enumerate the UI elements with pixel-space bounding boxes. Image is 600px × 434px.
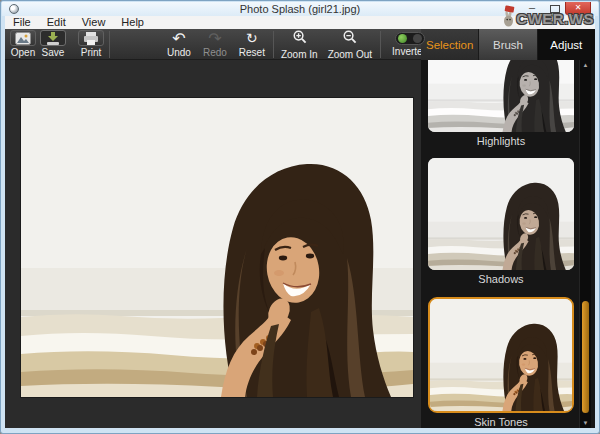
palette-label-highlights: Highlights (428, 132, 574, 149)
toolbar-separator (380, 31, 381, 58)
print-button[interactable]: Print (76, 29, 106, 59)
zoom-in-icon (292, 29, 307, 48)
save-label: Save (42, 47, 65, 58)
zoom-in-label: Zoom In (281, 49, 318, 60)
selection-sidebar: Highlights Shadows Skin Tones ▲ ▼ (421, 60, 595, 428)
app-icon (9, 4, 19, 14)
print-icon (78, 30, 104, 46)
zoom-out-label: Zoom Out (328, 49, 372, 60)
menu-file[interactable]: File (5, 16, 39, 29)
toolbar-row: Open Save Print ↶ Undo ↷ R (5, 29, 595, 60)
tab-brush[interactable]: Brush (479, 29, 537, 60)
open-label: Open (11, 47, 35, 58)
app-window: Photo Splash (girl21.jpg) – ✕ CWER.WS Fi… (0, 0, 600, 434)
zoom-out-icon (342, 29, 357, 48)
maximize-button[interactable] (550, 5, 560, 13)
canvas-area (5, 60, 421, 428)
scrollbar-thumb[interactable] (582, 301, 589, 413)
redo-arrow-icon: ↷ (208, 31, 221, 46)
palette-item-highlights[interactable] (428, 60, 574, 132)
redo-label: Redo (203, 47, 227, 58)
print-label: Print (81, 47, 102, 58)
reset-label: Reset (239, 47, 265, 58)
open-image-icon (10, 30, 36, 46)
toolbar-separator (273, 31, 274, 58)
menubar: File Edit View Help (5, 16, 595, 29)
tab-selection[interactable]: Selection (421, 29, 479, 60)
minimize-button[interactable]: – (524, 3, 540, 15)
reset-button[interactable]: ↻ Reset (237, 29, 267, 59)
palette-item-skin-tones[interactable] (428, 297, 574, 413)
titlebar[interactable]: Photo Splash (girl21.jpg) – ✕ (2, 2, 598, 16)
scroll-down-arrow-icon[interactable]: ▼ (580, 418, 591, 428)
menu-view[interactable]: View (74, 16, 114, 29)
undo-button[interactable]: ↶ Undo (165, 29, 193, 59)
redo-button: ↷ Redo (201, 29, 229, 59)
toolbar: Open Save Print ↶ Undo ↷ R (5, 29, 421, 60)
zoom-in-button[interactable]: Zoom In (279, 29, 320, 59)
open-button[interactable]: Open (8, 29, 38, 59)
undo-label: Undo (167, 47, 191, 58)
sidebar-scrollbar[interactable]: ▲ ▼ (579, 60, 591, 428)
zoom-out-button[interactable]: Zoom Out (326, 29, 374, 59)
palette-label-shadows: Shadows (428, 270, 574, 287)
reset-icon: ↻ (246, 31, 258, 46)
palette-item-shadows[interactable] (428, 158, 574, 270)
menu-help[interactable]: Help (113, 16, 152, 29)
mode-tabs: Selection Brush Adjust (421, 29, 595, 60)
window-title: Photo Splash (girl21.jpg) (2, 2, 598, 16)
toolbar-separator (109, 31, 110, 58)
tab-adjust[interactable]: Adjust (538, 29, 595, 60)
toggle-switch-icon[interactable] (395, 32, 425, 45)
palette-label-skin-tones: Skin Tones (428, 413, 574, 430)
save-button[interactable]: Save (38, 29, 68, 59)
menu-edit[interactable]: Edit (39, 16, 74, 29)
scroll-up-arrow-icon[interactable]: ▲ (580, 60, 591, 70)
undo-arrow-icon: ↶ (172, 31, 185, 46)
photo-canvas[interactable] (21, 98, 413, 397)
close-button[interactable]: ✕ (565, 2, 591, 15)
save-icon (40, 30, 66, 46)
content-area: Highlights Shadows Skin Tones ▲ ▼ (5, 60, 595, 428)
